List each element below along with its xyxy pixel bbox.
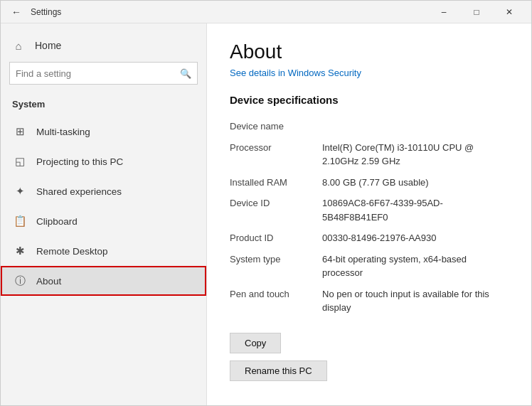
spec-value: 8.00 GB (7.77 GB usable) xyxy=(322,172,509,193)
spec-value: 10869AC8-6F67-4339-95AD-5B48F8B41EF0 xyxy=(322,193,509,228)
window-controls: – □ ✕ xyxy=(427,1,526,23)
device-section-heading: Device specifications xyxy=(230,94,509,106)
back-button[interactable]: ← xyxy=(6,2,26,22)
spec-value: 00330-81496-21976-AA930 xyxy=(322,228,509,249)
titlebar: ← Settings – □ ✕ xyxy=(1,1,531,23)
search-box[interactable]: 🔍 xyxy=(9,62,198,85)
sidebar: ⌂ Home 🔍 System ⊞ Multi-tasking ◱ Projec… xyxy=(1,23,207,405)
settings-window: ← Settings – □ ✕ ⌂ Home 🔍 System ⊞ xyxy=(0,0,532,406)
sidebar-item-label: Multi-tasking xyxy=(36,127,193,137)
sidebar-item-projecting[interactable]: ◱ Projecting to this PC xyxy=(1,146,206,176)
spec-label: Product ID xyxy=(230,228,322,249)
table-row: Installed RAM8.00 GB (7.77 GB usable) xyxy=(230,172,509,193)
window-title: Settings xyxy=(31,7,427,17)
sidebar-item-label: Remote Desktop xyxy=(36,246,193,257)
spec-value xyxy=(322,116,509,137)
minimize-button[interactable]: – xyxy=(427,1,460,23)
sidebar-item-clipboard[interactable]: 📋 Clipboard xyxy=(1,206,206,236)
sidebar-item-label: About xyxy=(36,276,193,287)
table-row: System type64-bit operating system, x64-… xyxy=(230,249,509,284)
table-row: Device name xyxy=(230,116,509,137)
close-button[interactable]: ✕ xyxy=(493,1,526,23)
page-title: About xyxy=(230,41,509,63)
spec-table: Device nameProcessorIntel(R) Core(TM) i3… xyxy=(230,116,509,319)
sidebar-item-remote-desktop[interactable]: ✱ Remote Desktop xyxy=(1,236,206,266)
sidebar-item-shared-experiences[interactable]: ✦ Shared experiences xyxy=(1,176,206,206)
spec-label: Device name xyxy=(230,116,322,137)
table-row: Device ID10869AC8-6F67-4339-95AD-5B48F8B… xyxy=(230,193,509,228)
sidebar-item-label: Projecting to this PC xyxy=(36,156,193,167)
content-area: About See details in Windows Security De… xyxy=(207,23,531,405)
projecting-icon: ◱ xyxy=(14,155,26,168)
shared-experiences-icon: ✦ xyxy=(14,185,26,198)
home-icon: ⌂ xyxy=(12,39,25,52)
sidebar-section-label: System xyxy=(1,96,206,117)
multitasking-icon: ⊞ xyxy=(14,125,26,138)
windows-security-link[interactable]: See details in Windows Security xyxy=(230,68,509,78)
sidebar-item-label: Shared experiences xyxy=(36,186,193,197)
maximize-button[interactable]: □ xyxy=(460,1,493,23)
spec-value: Intel(R) Core(TM) i3-10110U CPU @ 2.10GH… xyxy=(322,137,509,172)
table-row: ProcessorIntel(R) Core(TM) i3-10110U CPU… xyxy=(230,137,509,172)
clipboard-icon: 📋 xyxy=(14,215,26,228)
spec-value: 64-bit operating system, x64-based proce… xyxy=(322,249,509,284)
spec-label: Installed RAM xyxy=(230,172,322,193)
rename-button[interactable]: Rename this PC xyxy=(230,360,327,381)
copy-button[interactable]: Copy xyxy=(230,333,281,353)
sidebar-item-multitasking[interactable]: ⊞ Multi-tasking xyxy=(1,117,206,146)
table-row: Pen and touchNo pen or touch input is av… xyxy=(230,284,509,319)
table-row: Product ID00330-81496-21976-AA930 xyxy=(230,228,509,249)
spec-label: Pen and touch xyxy=(230,284,322,319)
spec-value: No pen or touch input is available for t… xyxy=(322,284,509,319)
main-area: ⌂ Home 🔍 System ⊞ Multi-tasking ◱ Projec… xyxy=(1,23,531,405)
spec-label: Device ID xyxy=(230,193,322,228)
about-icon: ⓘ xyxy=(14,274,26,287)
spec-label: Processor xyxy=(230,137,322,172)
spec-label: System type xyxy=(230,249,322,284)
search-input[interactable] xyxy=(16,68,180,79)
sidebar-item-home[interactable]: ⌂ Home xyxy=(1,32,206,59)
home-label: Home xyxy=(35,40,195,51)
search-icon: 🔍 xyxy=(180,68,191,79)
remote-desktop-icon: ✱ xyxy=(14,245,26,257)
sidebar-item-about[interactable]: ⓘ About xyxy=(1,266,206,296)
sidebar-item-label: Clipboard xyxy=(36,216,193,227)
